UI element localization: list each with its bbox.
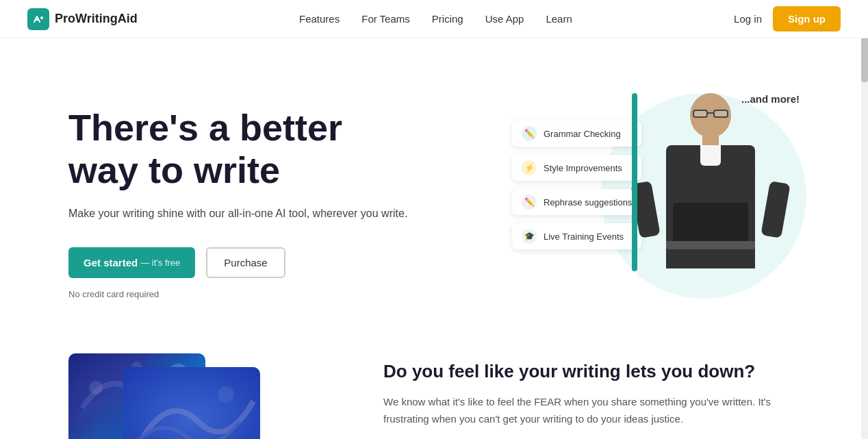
hero-title: There's a better way to write xyxy=(68,106,407,191)
nav-for-teams[interactable]: For Teams xyxy=(361,13,410,25)
section-two: My idea in my head Do you feel like your… xyxy=(0,353,868,439)
rephrase-icon: ✏️ xyxy=(522,195,537,210)
svg-point-0 xyxy=(40,16,43,19)
grammar-icon: ✏️ xyxy=(522,126,537,141)
section-two-title: Do you feel like your writing lets you d… xyxy=(383,360,800,384)
svg-point-4 xyxy=(218,386,234,403)
signup-button[interactable]: Sign up xyxy=(773,6,841,32)
get-started-button[interactable]: Get started — it's free xyxy=(68,247,195,278)
navbar-actions: Log in Sign up xyxy=(734,6,841,32)
nav-learn[interactable]: Learn xyxy=(546,13,572,25)
hero-section: There's a better way to write Make your … xyxy=(0,38,868,353)
hero-left: There's a better way to write Make your … xyxy=(68,106,407,299)
nav-links: Features For Teams Pricing Use App Learn xyxy=(299,13,572,25)
logo-text: ProWritingAid xyxy=(55,12,138,26)
pill-style: ⚡ Style Improvements xyxy=(512,155,641,181)
hero-illustration: ...and more! xyxy=(512,79,800,326)
section-two-right: Do you feel like your writing lets you d… xyxy=(383,353,800,428)
section-two-text: We know what it's like to feel the FEAR … xyxy=(383,393,800,428)
starry-card-front xyxy=(123,367,260,439)
logo-icon xyxy=(27,8,49,30)
nav-pricing[interactable]: Pricing xyxy=(432,13,463,25)
hero-subtitle: Make your writing shine with our all-in-… xyxy=(68,205,407,223)
no-credit-text: No credit card required xyxy=(68,289,407,299)
pill-rephrase: ✏️ Rephrase suggestions xyxy=(512,189,641,215)
logo-link[interactable]: ProWritingAid xyxy=(27,8,138,30)
feature-pills: ✏️ Grammar Checking ⚡ Style Improvements… xyxy=(512,121,641,249)
purchase-button[interactable]: Purchase xyxy=(206,247,285,278)
nav-features[interactable]: Features xyxy=(299,13,340,25)
navbar: ProWritingAid Features For Teams Pricing… xyxy=(0,0,868,38)
svg-point-2 xyxy=(89,381,103,394)
hero-buttons: Get started — it's free Purchase xyxy=(68,247,407,278)
login-button[interactable]: Log in xyxy=(734,13,762,25)
section-two-left: My idea in my head xyxy=(68,353,329,439)
scrollbar[interactable] xyxy=(861,0,868,439)
training-icon: 🎓 xyxy=(522,229,537,244)
pill-grammar: ✏️ Grammar Checking xyxy=(512,121,641,147)
style-icon: ⚡ xyxy=(522,160,537,175)
hero-person xyxy=(642,93,779,305)
nav-use-app[interactable]: Use App xyxy=(485,13,524,25)
pill-training: 🎓 Live Training Events xyxy=(512,223,641,249)
